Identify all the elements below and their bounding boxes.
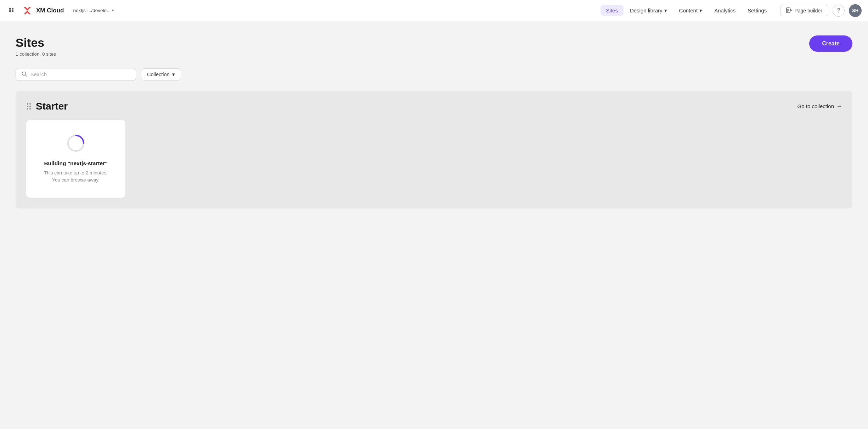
page-header: Sites 1 collection, 0 sites Create	[16, 35, 852, 57]
project-selector-label: nextjs-.../develo...	[73, 8, 111, 13]
go-to-collection-link[interactable]: Go to collection →	[797, 103, 842, 109]
site-card-title: Building "nextjs-starter"	[44, 160, 107, 167]
go-to-collection-label: Go to collection	[797, 103, 834, 109]
topbar: XM Cloud nextjs-.../develo... ▾ Sites De…	[0, 0, 868, 21]
svg-line-9	[26, 75, 27, 76]
grid-menu-icon[interactable]	[6, 5, 18, 16]
search-box	[16, 68, 136, 81]
project-selector-chevron-icon: ▾	[112, 8, 114, 13]
collection-section: Starter Go to collection → Building "nex…	[16, 91, 852, 208]
drag-dot	[27, 103, 28, 105]
nav-item-sites[interactable]: Sites	[601, 5, 624, 16]
nav-item-design-library-label: Design library	[630, 7, 663, 13]
nav-item-analytics[interactable]: Analytics	[709, 5, 741, 16]
search-input[interactable]	[30, 72, 130, 77]
site-card-desc-line1: This can take up to 2 minutes.	[44, 170, 108, 176]
site-card-description: This can take up to 2 minutes. You can b…	[44, 169, 108, 184]
collection-header: Starter Go to collection →	[26, 101, 842, 112]
collection-filter-dropdown[interactable]: Collection ▾	[141, 68, 181, 80]
nav-item-design-library[interactable]: Design library ▾	[624, 5, 673, 16]
svg-rect-2	[9, 10, 11, 12]
main-nav: Sites Design library ▾ Content ▾ Analyti…	[601, 5, 773, 16]
site-card-desc-line2: You can browse away.	[52, 177, 100, 183]
collection-filter-chevron-icon: ▾	[172, 72, 175, 77]
svg-rect-4	[787, 8, 790, 13]
svg-rect-0	[9, 8, 11, 10]
nav-right-area: Page builder ? SH	[780, 4, 862, 17]
nav-item-sites-label: Sites	[606, 7, 618, 13]
xm-cloud-logo-icon	[21, 5, 33, 17]
avatar-initials: SH	[852, 8, 858, 13]
svg-rect-3	[12, 10, 13, 12]
nav-item-content-label: Content	[679, 7, 698, 13]
nav-item-settings[interactable]: Settings	[742, 5, 772, 16]
page-builder-icon	[786, 7, 792, 14]
page-subtitle: 1 collection, 0 sites	[16, 51, 56, 57]
collection-title-row: Starter	[26, 101, 68, 112]
collection-name: Starter	[36, 101, 68, 112]
page-builder-label: Page builder	[794, 8, 822, 13]
loading-spinner-icon	[67, 134, 85, 152]
create-button[interactable]: Create	[809, 35, 852, 52]
drag-dot	[29, 106, 31, 107]
drag-handle-icon[interactable]	[26, 102, 32, 110]
sites-grid: Building "nextjs-starter" This can take …	[26, 120, 842, 198]
brand-logo-area: XM Cloud	[21, 5, 64, 17]
help-button[interactable]: ?	[833, 5, 845, 17]
brand-name-label: XM Cloud	[36, 7, 64, 14]
page-builder-button[interactable]: Page builder	[780, 5, 828, 16]
collection-filter-label: Collection	[147, 72, 170, 77]
page-title: Sites	[16, 35, 56, 50]
nav-item-content-chevron-icon: ▾	[699, 7, 702, 14]
drag-dot	[27, 106, 28, 107]
drag-dot	[27, 108, 28, 110]
svg-rect-1	[12, 8, 13, 10]
nav-item-analytics-label: Analytics	[714, 7, 735, 13]
filters-row: Collection ▾	[16, 68, 852, 81]
help-icon: ?	[837, 7, 840, 14]
avatar[interactable]: SH	[849, 4, 862, 17]
nav-item-settings-label: Settings	[748, 7, 767, 13]
go-to-collection-arrow-icon: →	[836, 103, 842, 109]
drag-dot	[29, 108, 31, 110]
nav-item-content[interactable]: Content ▾	[673, 5, 708, 16]
main-content: Sites 1 collection, 0 sites Create Colle…	[0, 21, 868, 223]
search-icon	[22, 71, 27, 78]
project-selector-button[interactable]: nextjs-.../develo... ▾	[69, 6, 118, 15]
nav-item-design-library-chevron-icon: ▾	[664, 7, 667, 14]
page-title-block: Sites 1 collection, 0 sites	[16, 35, 56, 57]
drag-dot	[29, 103, 31, 105]
site-card: Building "nextjs-starter" This can take …	[26, 120, 125, 198]
